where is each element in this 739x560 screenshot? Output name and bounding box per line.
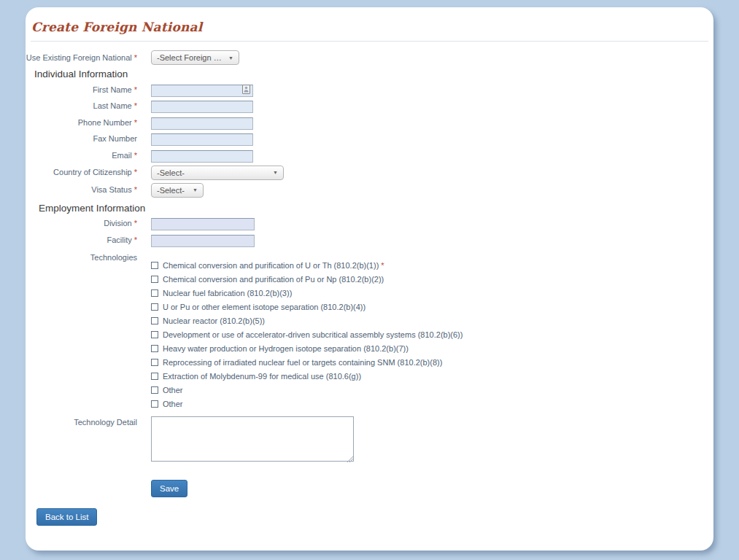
required-marker: * [381,261,384,270]
technology-option-row: Extraction of Molybdenum-99 for medical … [151,372,463,381]
first-name-label: First Name* [26,84,137,96]
checkbox-subcritical-assembly[interactable] [151,331,158,338]
required-marker: * [134,118,137,127]
use-existing-label: Use Existing Foreign National* [26,52,137,64]
individual-information-heading: Individual Information [34,69,713,79]
technology-detail-label: Technology Detail [26,416,137,429]
row-visa: Visa Status* -Select- ▼ [26,183,713,198]
visa-selected-value: -Select- [157,186,187,195]
autofill-icon[interactable] [242,85,250,94]
visa-label: Visa Status* [26,184,137,196]
checkbox-chemical-pu-np[interactable] [151,276,158,283]
save-button[interactable]: Save [151,480,187,497]
required-marker: * [134,101,137,110]
technology-option-row: Chemical conversion and purification of … [151,261,463,270]
employment-information-heading: Employment Information [39,203,713,214]
create-foreign-national-panel: Create Foreign National Use Existing For… [26,7,713,551]
checkbox-other-2[interactable] [151,400,158,408]
technology-option-row: Nuclear fuel fabrication (810.2(b)(3)) [151,289,463,298]
row-technologies: Technologies Chemical conversion and pur… [26,252,713,413]
fax-label: Fax Number [26,133,137,145]
row-country: Country of Citizenship* -Select- ▼ [26,166,713,180]
checkbox-fuel-fabrication[interactable] [151,289,158,297]
required-marker: * [134,185,137,194]
checkbox-other-1[interactable] [151,386,158,394]
country-select[interactable]: -Select- ▼ [151,166,284,180]
technologies-label: Technologies [26,252,137,264]
chevron-down-icon: ▼ [273,170,278,175]
country-selected-value: -Select- [157,168,267,177]
chevron-down-icon: ▼ [193,187,198,192]
use-existing-selected-value: -Select Foreign Nati... [157,53,223,62]
row-email: Email* [26,149,713,163]
technology-option-row: Development or use of accelerator-driven… [151,330,463,339]
technology-option-row: Chemical conversion and purification of … [151,275,463,284]
required-marker: * [134,236,137,244]
row-facility: Facility* [26,233,713,247]
title-separator [31,41,708,42]
checkbox-molybdenum-99[interactable] [151,373,158,380]
phone-label: Phone Number* [26,117,137,129]
technology-option-row: U or Pu or other element isotope separat… [151,303,463,311]
division-input[interactable] [151,218,255,230]
technology-option-row: Other [151,400,463,408]
facility-label: Facility* [26,234,137,246]
fax-input[interactable] [151,133,253,146]
page-title: Create Foreign National [31,20,713,34]
email-label: Email* [26,149,137,162]
technology-option-row: Other [151,386,463,394]
visa-status-select[interactable]: -Select- ▼ [151,183,204,198]
row-phone: Phone Number* [26,116,713,130]
row-technology-detail: Technology Detail [26,416,713,464]
chevron-down-icon: ▼ [228,55,233,61]
checkbox-heavy-water[interactable] [151,345,158,352]
row-division: Division* [26,217,713,231]
first-name-input[interactable] [151,85,253,97]
required-marker: * [134,85,137,94]
row-use-existing: Use Existing Foreign National* -Select F… [26,50,713,65]
use-existing-select[interactable]: -Select Foreign Nati... ▼ [151,50,239,65]
facility-input[interactable] [151,235,255,247]
checkbox-reprocessing-snm[interactable] [151,359,158,366]
email-field[interactable] [151,150,253,163]
row-last-name: Last Name* [26,100,713,114]
technologies-list: Chemical conversion and purification of … [151,261,463,413]
required-marker: * [134,151,137,160]
required-marker: * [134,219,137,228]
division-label: Division* [26,217,137,230]
last-name-input[interactable] [151,101,253,113]
technology-detail-textarea[interactable] [151,416,354,462]
last-name-label: Last Name* [26,100,137,112]
technology-option-row: Heavy water production or Hydrogen isoto… [151,344,463,353]
technology-option-row: Reprocessing of irradiated nuclear fuel … [151,358,463,367]
row-fax: Fax Number [26,133,713,147]
checkbox-isotope-separation[interactable] [151,303,158,311]
phone-input[interactable] [151,117,253,130]
required-marker: * [134,53,137,62]
country-label: Country of Citizenship* [26,166,137,179]
required-marker: * [134,168,137,176]
row-first-name: First Name* [26,83,713,97]
back-to-list-button[interactable]: Back to List [36,508,97,526]
checkbox-chemical-u-th[interactable] [151,262,158,269]
checkbox-nuclear-reactor[interactable] [151,317,158,324]
technology-option-row: Nuclear reactor (810.2(b)(5)) [151,316,463,325]
